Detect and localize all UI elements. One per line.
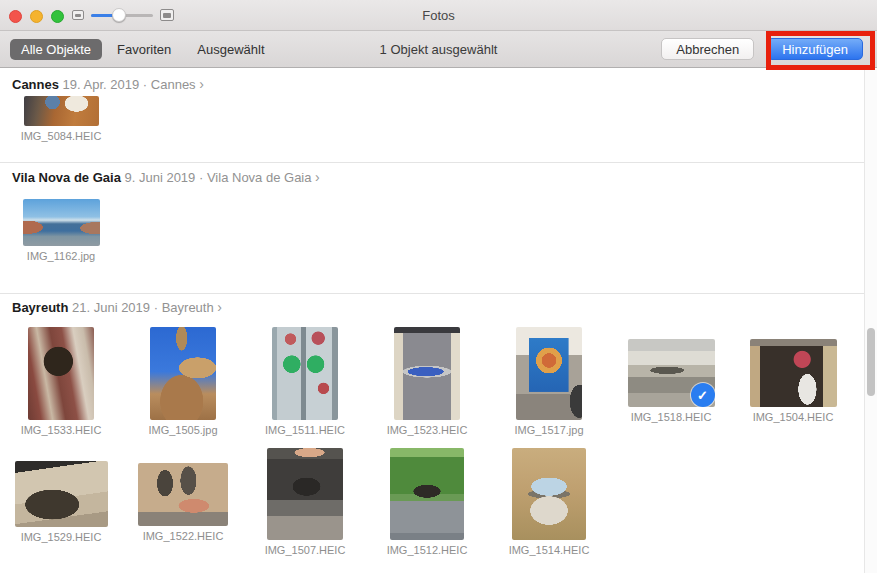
photo-thumbnail[interactable]: ✓: [628, 339, 715, 407]
photo-filename: IMG_1517.jpg: [514, 424, 583, 436]
photo-cell: IMG_1517.jpg: [488, 326, 610, 436]
section-title: Cannes: [12, 77, 59, 92]
photo-thumbnail[interactable]: [272, 327, 338, 420]
photo-filename: IMG_1522.HEIC: [143, 530, 224, 542]
photo-thumbnail[interactable]: [28, 327, 94, 420]
section-date: 19. Apr. 2019: [63, 77, 140, 92]
photo-cell-selected: ✓ IMG_1518.HEIC: [610, 326, 732, 436]
photo-filename: IMG_1507.HEIC: [265, 544, 346, 556]
dot-separator: ·: [154, 300, 158, 315]
photo-cell: IMG_1507.HEIC: [244, 446, 366, 558]
photo-filename: IMG_5084.HEIC: [21, 130, 102, 142]
photo-cell: IMG_1512.HEIC: [366, 446, 488, 558]
section-header-bayreuth: Bayreuth 21. Juni 2019 · Bayreuth ›: [12, 299, 877, 317]
filter-segmented-control: Alle Objekte Favoriten Ausgewählt: [10, 39, 276, 60]
photo-thumbnail[interactable]: [24, 96, 99, 126]
photo-row: IMG_1529.HEIC IMG_1522.HEIC IMG_1507.HEI…: [0, 446, 877, 558]
photo-cell: IMG_1522.HEIC: [122, 446, 244, 558]
photo-filename: IMG_1504.HEIC: [753, 411, 834, 423]
photo-filename: IMG_1511.HEIC: [265, 424, 345, 436]
chevron-right-icon[interactable]: ›: [199, 76, 204, 92]
window-title: Fotos: [0, 8, 877, 23]
photo-filename: IMG_1533.HEIC: [21, 424, 102, 436]
filter-selected[interactable]: Ausgewählt: [186, 39, 275, 60]
chevron-right-icon[interactable]: ›: [315, 169, 320, 185]
add-button[interactable]: Hinzufügen: [767, 38, 863, 60]
photo-cell: IMG_1533.HEIC: [0, 326, 122, 436]
photo-thumbnail[interactable]: [138, 463, 228, 526]
dot-separator: ·: [143, 77, 147, 92]
section-location-link[interactable]: Cannes: [151, 77, 196, 92]
photo-filename: IMG_1162.jpg: [27, 250, 95, 262]
section-divider: [0, 293, 877, 294]
photo-row: IMG_1162.jpg: [0, 187, 877, 262]
photo-thumbnail[interactable]: [512, 448, 586, 540]
photo-cell: IMG_1529.HEIC: [0, 446, 122, 558]
photos-picker-window: Fotos 1 Objekt ausgewählt Alle Objekte F…: [0, 0, 877, 573]
photo-cell: IMG_1514.HEIC: [488, 446, 610, 558]
photo-thumbnail[interactable]: [15, 461, 108, 527]
photo-cell: IMG_1511.HEIC: [244, 326, 366, 436]
chevron-right-icon[interactable]: ›: [217, 299, 222, 315]
photo-row: IMG_5084.HEIC: [0, 96, 877, 142]
photo-row: IMG_1533.HEIC IMG_1505.jpg IMG_1511.HEIC…: [0, 326, 877, 436]
photo-filename: IMG_1514.HEIC: [509, 544, 590, 556]
section-title: Bayreuth: [12, 300, 68, 315]
photo-filename: IMG_1505.jpg: [148, 424, 217, 436]
photo-cell: IMG_1505.jpg: [122, 326, 244, 436]
photo-filename: IMG_1518.HEIC: [631, 411, 712, 423]
section-location-link[interactable]: Vila Nova de Gaia: [207, 170, 312, 185]
filter-all-items[interactable]: Alle Objekte: [10, 39, 102, 60]
vertical-scrollbar-track[interactable]: [864, 69, 877, 573]
photo-thumbnail[interactable]: [150, 327, 216, 420]
photo-filename: IMG_1523.HEIC: [387, 424, 468, 436]
section-location-link[interactable]: Bayreuth: [162, 300, 214, 315]
dot-separator: ·: [199, 170, 203, 185]
photo-thumbnail[interactable]: [394, 327, 460, 420]
section-date: 21. Juni 2019: [72, 300, 150, 315]
photo-thumbnail[interactable]: [390, 448, 464, 540]
photo-browser: Cannes 19. Apr. 2019 · Cannes › IMG_5084…: [0, 69, 877, 573]
photo-filename: IMG_1512.HEIC: [387, 544, 468, 556]
toolbar-actions: Abbrechen Hinzufügen: [661, 38, 863, 60]
photo-thumbnail[interactable]: [267, 448, 343, 540]
toolbar: 1 Objekt ausgewählt Alle Objekte Favorit…: [0, 31, 877, 68]
photo-cell: IMG_1504.HEIC: [732, 326, 854, 436]
section-header-vila-nova-de-gaia: Vila Nova de Gaia 9. Juni 2019 · Vila No…: [12, 169, 877, 187]
photo-thumbnail[interactable]: [750, 339, 837, 407]
selected-check-icon[interactable]: ✓: [691, 383, 715, 407]
photo-thumbnail[interactable]: [516, 327, 582, 420]
filter-favorites[interactable]: Favoriten: [106, 39, 182, 60]
photo-filename: IMG_1529.HEIC: [21, 531, 102, 543]
photo-cell: IMG_1523.HEIC: [366, 326, 488, 436]
section-divider: [0, 162, 877, 163]
cancel-button[interactable]: Abbrechen: [661, 38, 754, 60]
titlebar: Fotos: [0, 0, 877, 31]
vertical-scrollbar-thumb[interactable]: [867, 328, 875, 396]
photo-cell: IMG_5084.HEIC: [0, 96, 122, 142]
section-title: Vila Nova de Gaia: [12, 170, 121, 185]
section-date: 9. Juni 2019: [125, 170, 196, 185]
photo-cell: IMG_1162.jpg: [0, 187, 122, 262]
section-header-cannes: Cannes 19. Apr. 2019 · Cannes ›: [12, 76, 877, 94]
photo-thumbnail[interactable]: [23, 199, 100, 246]
